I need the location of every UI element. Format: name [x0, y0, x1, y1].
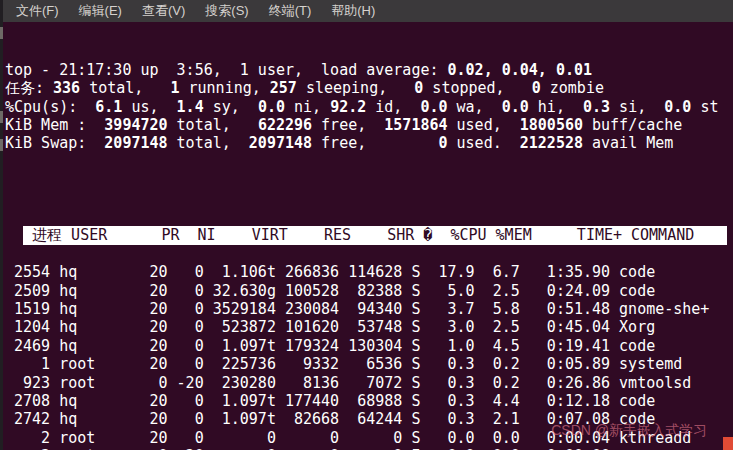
terminal-viewport[interactable]: top - 21:17:30 up 3:56, 1 user, load ave…	[0, 22, 733, 450]
process-row: 2554 hq 20 0 1.106t 266836 114628 S 17.9…	[5, 263, 733, 281]
process-row: 1204 hq 20 0 523872 101620 53748 S 3.0 2…	[5, 318, 733, 336]
summary-line: KiB Swap: 2097148 total, 2097148 free, 0…	[5, 134, 733, 152]
process-row: 2708 hq 20 0 1.097t 177440 68988 S 0.3 4…	[5, 392, 733, 410]
watermark-logo-block	[723, 437, 733, 450]
menu-item[interactable]: 文件(F)	[6, 0, 69, 22]
menu-bar: 文件(F)编辑(E)查看(V)搜索(S)终端(T)帮助(H)	[0, 0, 733, 22]
process-row: 1519 hq 20 0 3529184 230084 94340 S 3.7 …	[5, 300, 733, 318]
menu-item[interactable]: 查看(V)	[132, 0, 195, 22]
process-table: 2554 hq 20 0 1.106t 266836 114628 S 17.9…	[5, 263, 733, 450]
summary-line: 任务: 336 total, 1 running, 257 sleeping, …	[5, 79, 733, 97]
summary-line: top - 21:17:30 up 3:56, 1 user, load ave…	[5, 61, 733, 79]
edge-notch	[0, 111, 3, 123]
process-row: 2742 hq 20 0 1.097t 82668 64244 S 0.3 2.…	[5, 410, 733, 428]
window-edge	[0, 0, 3, 450]
process-row: 2 root 20 0 0 0 0 S 0.0 0.0 0:00.04 kthr…	[5, 429, 733, 447]
summary-line: KiB Mem : 3994720 total, 622296 free, 15…	[5, 116, 733, 134]
menu-item[interactable]: 帮助(H)	[321, 0, 385, 22]
menu-item[interactable]: 搜索(S)	[195, 0, 258, 22]
process-row: 1 root 20 0 225736 9332 6536 S 0.3 0.2 0…	[5, 355, 733, 373]
summary-line: %Cpu(s): 6.1 us, 1.4 sy, 0.0 ni, 92.2 id…	[5, 98, 733, 116]
top-summary: top - 21:17:30 up 3:56, 1 user, load ave…	[5, 61, 733, 153]
process-row: 923 root 0 -20 230280 8136 7072 S 0.3 0.…	[5, 374, 733, 392]
edge-notch	[0, 139, 3, 151]
process-row: 2469 hq 20 0 1.097t 179324 130304 S 1.0 …	[5, 337, 733, 355]
process-row: 2509 hq 20 0 32.630g 100528 82388 S 5.0 …	[5, 282, 733, 300]
edge-notch	[0, 27, 3, 39]
menu-item[interactable]: 编辑(E)	[69, 0, 132, 22]
process-table-header: 进程 USER PR NI VIRT RES SHR � %CPU %MEM T…	[23, 226, 727, 244]
menu-item[interactable]: 终端(T)	[259, 0, 322, 22]
blank-line	[5, 190, 733, 208]
